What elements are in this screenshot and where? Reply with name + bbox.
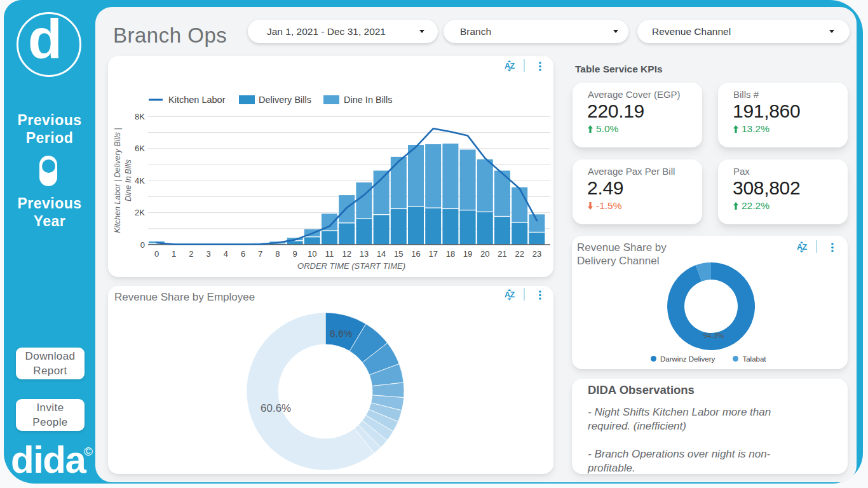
svg-text:8.6%: 8.6% xyxy=(330,328,353,339)
svg-text:0: 0 xyxy=(154,249,159,259)
svg-text:18: 18 xyxy=(446,249,455,259)
svg-text:13: 13 xyxy=(360,249,369,259)
svg-text:11: 11 xyxy=(325,249,334,259)
svg-text:19: 19 xyxy=(463,249,472,259)
svg-text:14: 14 xyxy=(377,249,386,259)
svg-text:22: 22 xyxy=(515,249,524,259)
svg-text:4K: 4K xyxy=(135,176,145,186)
svg-text:94.3%: 94.3% xyxy=(703,332,724,339)
svg-text:2: 2 xyxy=(189,249,193,259)
svg-text:8K: 8K xyxy=(135,112,145,121)
svg-text:3: 3 xyxy=(206,249,210,259)
svg-text:15: 15 xyxy=(394,249,403,259)
svg-text:7: 7 xyxy=(258,249,262,259)
svg-text:Delivery Bills: Delivery Bills xyxy=(259,95,311,105)
svg-text:17: 17 xyxy=(428,249,437,259)
svg-text:Z: Z xyxy=(803,243,808,252)
svg-text:2K: 2K xyxy=(135,208,145,217)
svg-text:60.6%: 60.6% xyxy=(261,402,291,414)
svg-text:1: 1 xyxy=(172,249,176,259)
svg-text:ORDER TIME (START TIME): ORDER TIME (START TIME) xyxy=(297,261,405,271)
svg-text:20: 20 xyxy=(480,249,489,259)
svg-text:6: 6 xyxy=(241,249,245,259)
svg-text:9: 9 xyxy=(292,249,297,259)
svg-text:Dine In Bills: Dine In Bills xyxy=(124,159,133,201)
svg-text:21: 21 xyxy=(498,249,506,259)
svg-text:4: 4 xyxy=(224,249,228,259)
svg-text:10: 10 xyxy=(308,249,316,259)
svg-text:Kitchen Labor: Kitchen Labor xyxy=(168,95,226,105)
svg-text:6K: 6K xyxy=(135,144,145,153)
svg-text:Z: Z xyxy=(510,62,515,71)
svg-text:16: 16 xyxy=(411,249,420,259)
svg-text:23: 23 xyxy=(532,249,541,259)
svg-text:8: 8 xyxy=(275,249,280,259)
svg-text:Dine In Bills: Dine In Bills xyxy=(344,95,393,105)
svg-text:Kitchen Labor | Delivery Bills: Kitchen Labor | Delivery Bills | xyxy=(113,128,122,233)
svg-text:12: 12 xyxy=(342,249,351,259)
svg-text:Z: Z xyxy=(510,290,515,299)
svg-text:0: 0 xyxy=(140,240,145,250)
